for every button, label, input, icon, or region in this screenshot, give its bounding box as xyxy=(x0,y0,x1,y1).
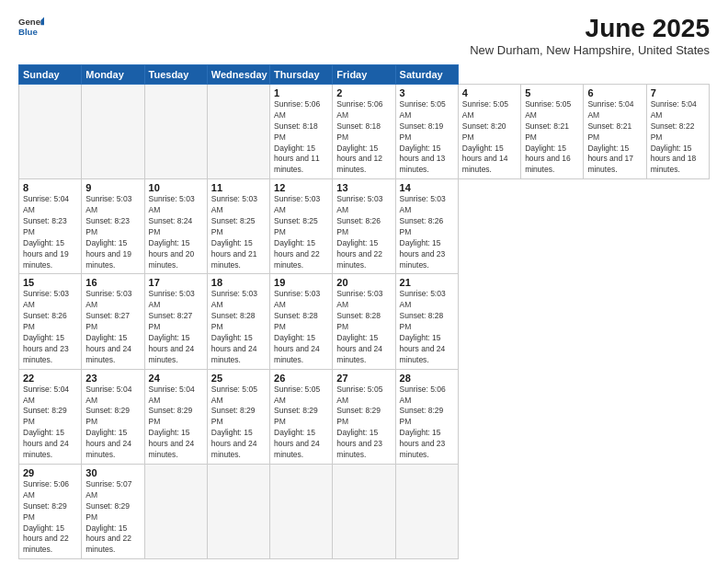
table-row: 1Sunrise: 5:06 AMSunset: 8:18 PMDaylight… xyxy=(270,85,333,179)
table-row: 14Sunrise: 5:03 AMSunset: 8:26 PMDayligh… xyxy=(395,179,458,274)
day-number: 14 xyxy=(400,182,454,193)
page-header: General Blue June 2025 New Durham, New H… xyxy=(18,14,710,57)
day-number: 20 xyxy=(336,277,391,288)
day-number: 2 xyxy=(336,87,391,98)
day-number: 24 xyxy=(149,373,203,384)
table-row: 25Sunrise: 5:05 AMSunset: 8:29 PMDayligh… xyxy=(207,369,269,464)
day-info: Sunrise: 5:03 AMSunset: 8:25 PMDaylight:… xyxy=(211,194,266,270)
day-info: Sunrise: 5:03 AMSunset: 8:28 PMDaylight:… xyxy=(211,289,266,365)
day-number: 12 xyxy=(274,182,328,193)
table-row: 26Sunrise: 5:05 AMSunset: 8:29 PMDayligh… xyxy=(270,369,333,464)
day-info: Sunrise: 5:03 AMSunset: 8:27 PMDaylight:… xyxy=(149,289,203,365)
header-row: Sunday Monday Tuesday Wednesday Thursday… xyxy=(19,65,710,85)
day-info: Sunrise: 5:03 AMSunset: 8:28 PMDaylight:… xyxy=(400,289,454,365)
day-info: Sunrise: 5:03 AMSunset: 8:23 PMDaylight:… xyxy=(85,194,140,270)
table-row: 23Sunrise: 5:04 AMSunset: 8:29 PMDayligh… xyxy=(82,369,144,464)
day-info: Sunrise: 5:04 AMSunset: 8:29 PMDaylight:… xyxy=(23,385,77,461)
logo: General Blue xyxy=(18,14,44,40)
day-info: Sunrise: 5:05 AMSunset: 8:19 PMDaylight:… xyxy=(400,99,454,176)
header-wednesday: Wednesday xyxy=(207,65,269,85)
location-title: New Durham, New Hampshire, United States xyxy=(470,43,710,57)
day-number: 10 xyxy=(149,182,203,193)
table-row: 2Sunrise: 5:06 AMSunset: 8:18 PMDaylight… xyxy=(333,85,395,179)
day-number: 19 xyxy=(274,277,328,288)
table-row: 12Sunrise: 5:03 AMSunset: 8:25 PMDayligh… xyxy=(270,179,333,274)
day-number: 27 xyxy=(336,373,391,384)
table-row xyxy=(270,464,333,558)
header-thursday: Thursday xyxy=(270,65,333,85)
day-info: Sunrise: 5:05 AMSunset: 8:29 PMDaylight:… xyxy=(211,385,266,461)
header-saturday: Saturday xyxy=(395,65,458,85)
day-info: Sunrise: 5:05 AMSunset: 8:20 PMDaylight:… xyxy=(462,99,517,176)
calendar-header: Sunday Monday Tuesday Wednesday Thursday… xyxy=(19,65,710,85)
day-number: 7 xyxy=(651,87,705,98)
day-info: Sunrise: 5:03 AMSunset: 8:28 PMDaylight:… xyxy=(336,289,391,365)
day-info: Sunrise: 5:06 AMSunset: 8:29 PMDaylight:… xyxy=(23,479,77,556)
day-info: Sunrise: 5:04 AMSunset: 8:22 PMDaylight:… xyxy=(651,99,705,176)
table-row: 29Sunrise: 5:06 AMSunset: 8:29 PMDayligh… xyxy=(19,464,82,558)
table-row: 27Sunrise: 5:05 AMSunset: 8:29 PMDayligh… xyxy=(333,369,395,464)
header-sunday: Sunday xyxy=(19,65,82,85)
month-title: June 2025 xyxy=(470,14,710,43)
day-info: Sunrise: 5:03 AMSunset: 8:26 PMDaylight:… xyxy=(336,194,391,270)
day-info: Sunrise: 5:03 AMSunset: 8:26 PMDaylight:… xyxy=(400,194,454,270)
table-row xyxy=(82,85,144,179)
day-number: 29 xyxy=(23,467,77,478)
header-monday: Monday xyxy=(82,65,144,85)
table-row: 15Sunrise: 5:03 AMSunset: 8:26 PMDayligh… xyxy=(19,274,82,369)
table-row xyxy=(144,464,207,558)
table-row: 6Sunrise: 5:04 AMSunset: 8:21 PMDaylight… xyxy=(584,85,646,179)
day-info: Sunrise: 5:05 AMSunset: 8:21 PMDaylight:… xyxy=(525,99,579,176)
day-info: Sunrise: 5:05 AMSunset: 8:29 PMDaylight:… xyxy=(336,385,391,461)
table-row: 7Sunrise: 5:04 AMSunset: 8:22 PMDaylight… xyxy=(646,85,709,179)
header-friday: Friday xyxy=(333,65,395,85)
day-number: 6 xyxy=(587,87,642,98)
table-row xyxy=(207,464,269,558)
day-number: 8 xyxy=(23,182,77,193)
calendar-page: General Blue June 2025 New Durham, New H… xyxy=(0,0,728,563)
table-row: 13Sunrise: 5:03 AMSunset: 8:26 PMDayligh… xyxy=(333,179,395,274)
table-row xyxy=(395,464,458,558)
day-info: Sunrise: 5:05 AMSunset: 8:29 PMDaylight:… xyxy=(274,385,328,461)
table-row: 30Sunrise: 5:07 AMSunset: 8:29 PMDayligh… xyxy=(82,464,144,558)
table-row xyxy=(19,85,82,179)
day-info: Sunrise: 5:03 AMSunset: 8:27 PMDaylight:… xyxy=(85,289,140,365)
header-tuesday: Tuesday xyxy=(144,65,207,85)
day-number: 9 xyxy=(85,182,140,193)
calendar-body: 1Sunrise: 5:06 AMSunset: 8:18 PMDaylight… xyxy=(19,85,710,559)
table-row: 18Sunrise: 5:03 AMSunset: 8:28 PMDayligh… xyxy=(207,274,269,369)
table-row: 5Sunrise: 5:05 AMSunset: 8:21 PMDaylight… xyxy=(521,85,584,179)
day-number: 16 xyxy=(85,277,140,288)
table-row: 22Sunrise: 5:04 AMSunset: 8:29 PMDayligh… xyxy=(19,369,82,464)
day-info: Sunrise: 5:03 AMSunset: 8:26 PMDaylight:… xyxy=(23,289,77,365)
table-row: 10Sunrise: 5:03 AMSunset: 8:24 PMDayligh… xyxy=(144,179,207,274)
day-number: 22 xyxy=(23,373,77,384)
day-info: Sunrise: 5:06 AMSunset: 8:18 PMDaylight:… xyxy=(274,99,328,176)
week-row: 29Sunrise: 5:06 AMSunset: 8:29 PMDayligh… xyxy=(19,464,710,558)
day-number: 30 xyxy=(85,467,140,478)
day-number: 17 xyxy=(149,277,203,288)
day-number: 23 xyxy=(85,373,140,384)
table-row: 8Sunrise: 5:04 AMSunset: 8:23 PMDaylight… xyxy=(19,179,82,274)
week-row: 15Sunrise: 5:03 AMSunset: 8:26 PMDayligh… xyxy=(19,274,710,369)
day-info: Sunrise: 5:04 AMSunset: 8:21 PMDaylight:… xyxy=(587,99,642,176)
day-number: 25 xyxy=(211,373,266,384)
logo-icon: General Blue xyxy=(18,14,44,40)
day-number: 15 xyxy=(23,277,77,288)
day-number: 21 xyxy=(400,277,454,288)
week-row: 1Sunrise: 5:06 AMSunset: 8:18 PMDaylight… xyxy=(19,85,710,179)
day-number: 26 xyxy=(274,373,328,384)
table-row: 16Sunrise: 5:03 AMSunset: 8:27 PMDayligh… xyxy=(82,274,144,369)
day-info: Sunrise: 5:06 AMSunset: 8:29 PMDaylight:… xyxy=(400,385,454,461)
day-info: Sunrise: 5:06 AMSunset: 8:18 PMDaylight:… xyxy=(336,99,391,176)
table-row: 9Sunrise: 5:03 AMSunset: 8:23 PMDaylight… xyxy=(82,179,144,274)
day-number: 5 xyxy=(525,87,579,98)
week-row: 8Sunrise: 5:04 AMSunset: 8:23 PMDaylight… xyxy=(19,179,710,274)
day-info: Sunrise: 5:04 AMSunset: 8:23 PMDaylight:… xyxy=(23,194,77,270)
svg-text:Blue: Blue xyxy=(18,27,38,37)
day-number: 18 xyxy=(211,277,266,288)
day-info: Sunrise: 5:03 AMSunset: 8:25 PMDaylight:… xyxy=(274,194,328,270)
day-number: 1 xyxy=(274,87,328,98)
table-row xyxy=(144,85,207,179)
day-number: 4 xyxy=(462,87,517,98)
